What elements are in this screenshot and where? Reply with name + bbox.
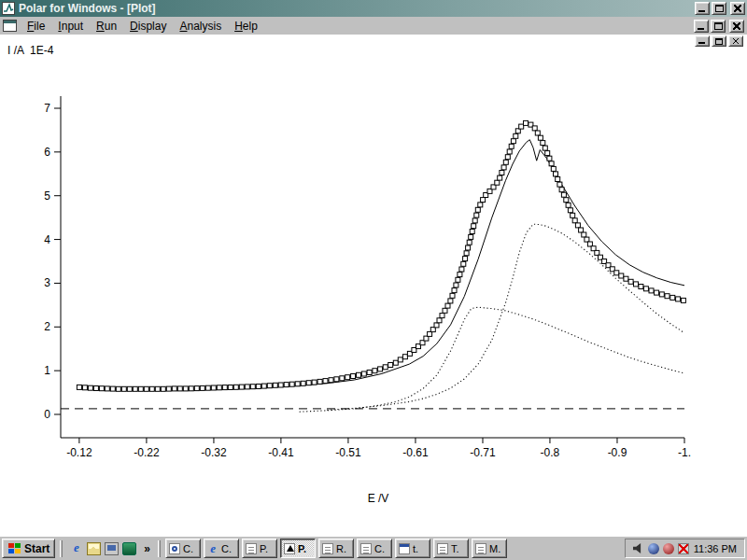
x-tick-label: -0.41: [268, 446, 294, 459]
task-button-3[interactable]: P.: [242, 539, 277, 558]
doc-minimize-button[interactable]: [695, 35, 710, 47]
x-tick-label: -0.32: [201, 446, 227, 459]
y-tick-label: 7: [44, 102, 50, 115]
mdi-close-button[interactable]: [729, 20, 744, 33]
task-button-9[interactable]: M.: [472, 539, 507, 558]
task-button-4[interactable]: P.: [280, 539, 316, 558]
menu-item-input[interactable]: Input: [51, 18, 90, 35]
series-measured-squares: [77, 120, 685, 391]
network-offline-icon[interactable]: [678, 543, 689, 554]
task-button-8[interactable]: T.: [433, 539, 469, 558]
task-label: R.: [336, 543, 346, 554]
window-title: Polar for Windows - [Plot]: [19, 2, 691, 15]
secondary-window-controls: [695, 35, 743, 47]
taskbar: Start » C.C.P.P.R.C.t.T.M. 11:36 PM: [0, 536, 747, 560]
application-window: Polar for Windows - [Plot] FileInputRunD…: [0, 0, 747, 560]
series-component-1: [327, 224, 684, 410]
system-tray: 11:36 PM: [625, 539, 745, 558]
document-icon: [246, 543, 257, 554]
plot-window-icon[interactable]: [3, 20, 17, 32]
task-button-1[interactable]: C.: [165, 539, 201, 558]
menu-item-analysis[interactable]: Analysis: [173, 18, 228, 35]
y-tick-label: 3: [44, 276, 50, 289]
minimize-button[interactable]: [695, 2, 710, 15]
y-tick-label: 4: [44, 233, 50, 246]
minimize-icon: [698, 42, 705, 44]
media-player-icon[interactable]: [648, 543, 659, 554]
polar-icon: [284, 543, 295, 554]
quick-launch: [67, 542, 138, 555]
doc-restore-button[interactable]: [712, 35, 726, 47]
x-axis-label: E /V: [368, 492, 389, 505]
document-icon: [322, 543, 333, 554]
mdi-restore-button[interactable]: [711, 20, 726, 33]
menu-item-run[interactable]: Run: [90, 18, 123, 35]
minimize-icon: [698, 28, 704, 30]
taskbar-handle[interactable]: [158, 540, 161, 557]
y-tick-label: 1: [44, 364, 50, 377]
x-tick-label: -1.: [678, 446, 691, 459]
window-controls: [695, 2, 745, 15]
x-tick-label: -0.8: [541, 446, 560, 459]
x-tick-label: -0.9: [608, 446, 627, 459]
task-label: C.: [183, 543, 193, 554]
start-button[interactable]: Start: [2, 539, 55, 558]
task-button-6[interactable]: C.: [357, 539, 392, 558]
series-fitted-total: [79, 140, 684, 391]
volume-icon[interactable]: [633, 543, 644, 554]
x-tick-label: -0.61: [402, 446, 429, 459]
outlook-express-icon[interactable]: [87, 542, 101, 555]
task-label: P.: [298, 543, 306, 554]
search-icon: [169, 543, 180, 554]
taskbar-handle[interactable]: [60, 540, 63, 557]
x-tick-label: -0.12: [66, 446, 92, 459]
menu-bar: FileInputRunDisplayAnalysisHelp: [0, 17, 747, 35]
task-button-7[interactable]: t.: [395, 539, 430, 558]
task-label: t.: [413, 543, 418, 554]
maximize-button[interactable]: [712, 2, 726, 15]
close-icon: [733, 22, 740, 30]
browser-icon: [207, 543, 218, 554]
x-tick-label: -0.51: [335, 446, 361, 459]
notepad-icon: [399, 543, 410, 554]
title-bar[interactable]: Polar for Windows - [Plot]: [0, 0, 747, 17]
close-icon: [734, 5, 741, 12]
doc-close-button[interactable]: [728, 35, 743, 47]
x-tick-label: -0.22: [134, 446, 160, 459]
close-button[interactable]: [730, 2, 745, 15]
document-icon: [360, 543, 372, 554]
y-tick-label: 6: [44, 146, 50, 159]
menu-item-help[interactable]: Help: [228, 18, 264, 35]
maximize-icon: [715, 5, 724, 12]
realplay-icon[interactable]: [663, 543, 674, 554]
task-button-5[interactable]: R.: [318, 539, 354, 558]
y-tick-label: 2: [44, 320, 50, 333]
task-label: T.: [451, 543, 459, 554]
y-tick-label: 5: [44, 189, 50, 203]
internet-explorer-icon[interactable]: [69, 542, 83, 555]
mdi-minimize-button[interactable]: [694, 20, 709, 33]
plot-client-area: I /A 1E-4 E /V 01234567-0.12-0.22-0.32-0…: [0, 35, 747, 536]
y-tick-label: 0: [44, 408, 50, 421]
menu-item-file[interactable]: File: [21, 18, 51, 35]
show-desktop-icon[interactable]: [105, 542, 119, 555]
app-icon: [2, 2, 15, 15]
document-icon: [437, 543, 448, 554]
document-icon: [475, 543, 486, 554]
task-button-2[interactable]: C.: [204, 539, 239, 558]
restore-icon: [714, 22, 723, 30]
chart-axes: 01234567-0.12-0.22-0.32-0.41-0.51-0.61-0…: [44, 96, 691, 459]
menu-item-display[interactable]: Display: [123, 18, 173, 35]
menu-items: FileInputRunDisplayAnalysisHelp: [21, 18, 694, 35]
chart-series: [61, 120, 685, 412]
restore-icon: [715, 38, 723, 45]
task-label: M.: [489, 543, 500, 554]
y-axis-unit-label: I /A 1E-4: [7, 44, 54, 57]
windows-logo-icon: [7, 542, 21, 554]
task-label: C.: [221, 543, 232, 554]
quick-launch-overflow[interactable]: »: [141, 542, 153, 555]
tray-icons: [633, 543, 689, 554]
channels-icon[interactable]: [122, 542, 136, 555]
series-component-2: [300, 307, 684, 412]
task-label: P.: [260, 543, 268, 554]
